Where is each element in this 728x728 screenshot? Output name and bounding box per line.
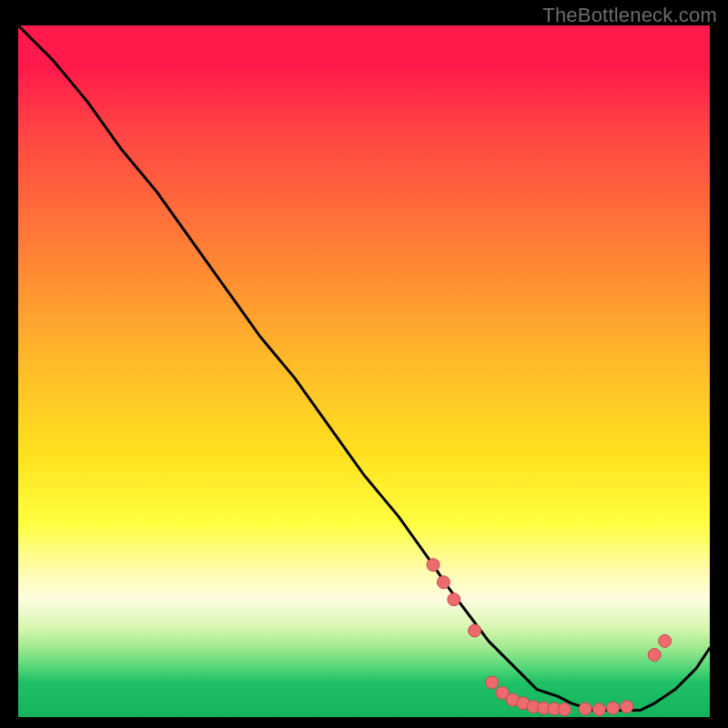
- curve-marker: [592, 703, 605, 716]
- plot-area: [18, 25, 710, 717]
- curve-marker: [579, 703, 592, 715]
- curve-marker: [621, 701, 633, 713]
- curve-marker: [437, 576, 450, 589]
- curve-marker: [427, 559, 440, 571]
- bottleneck-curve: [18, 25, 710, 710]
- chart-overlay: [18, 25, 710, 717]
- curve-marker: [558, 703, 571, 716]
- chart-frame: TheBottleneck.com: [0, 0, 728, 728]
- curve-marker: [648, 649, 661, 662]
- curve-marker: [469, 624, 481, 637]
- curve-marker: [486, 676, 499, 689]
- curve-marker: [659, 634, 672, 647]
- curve-marker: [448, 593, 460, 606]
- watermark-text: TheBottleneck.com: [542, 4, 717, 27]
- curve-marker: [607, 702, 620, 714]
